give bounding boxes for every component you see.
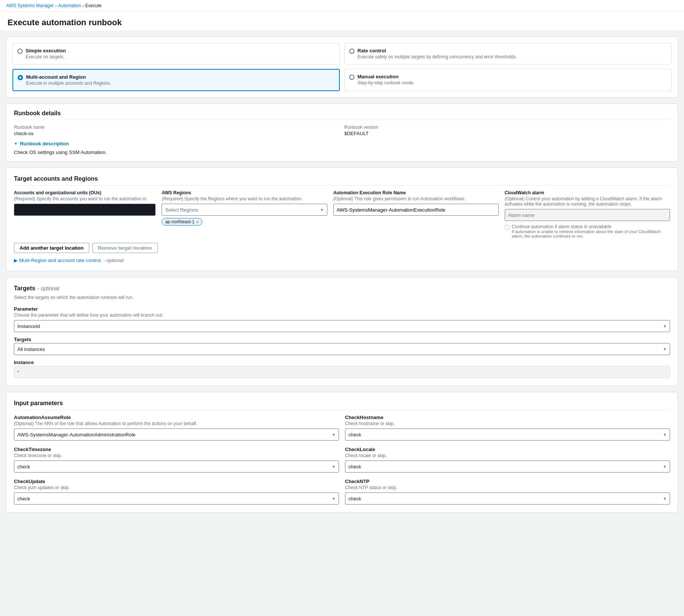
param-update-label: CheckUpdate: [14, 479, 339, 484]
param-hostname-sublabel: Check hostname or skip.: [345, 421, 670, 426]
target-accounts-section: Target accounts and Regions Accounts and…: [6, 168, 678, 271]
exec-simple-desc: Execute on targets.: [26, 54, 66, 59]
param-update-select[interactable]: check ▼: [14, 492, 339, 505]
runbook-description-text: Check OS settings using SSM Automation.: [14, 149, 670, 155]
input-params-title: Input parameters: [14, 400, 670, 410]
targets-value: All instances: [17, 346, 45, 352]
param-timezone-select[interactable]: check ▼: [14, 460, 339, 473]
exec-option-simple[interactable]: Simple execution Execute on targets.: [12, 43, 340, 64]
runbook-version-label: Runbook version: [344, 125, 670, 130]
breadcrumb-automation[interactable]: Automation: [58, 3, 81, 8]
param-timezone-value: check: [17, 464, 30, 470]
chevron-down-icon: ▼: [663, 433, 667, 437]
parameter-sublabel: Choose the parameter that will define ho…: [14, 313, 670, 318]
breadcrumb: AWS Systems Manager › Automation › Execu…: [0, 0, 684, 12]
regions-sublabel: (Required) Specify the Regions where you…: [162, 196, 327, 201]
param-check-timezone: CheckTimezone Check timezone or skip. ch…: [14, 447, 339, 473]
radio-rate-control[interactable]: [349, 49, 354, 54]
accounts-label: Accounts and organizational units (OUs): [14, 190, 156, 195]
chevron-down-icon: ▼: [320, 208, 324, 212]
param-ntp-label: CheckNTP: [345, 479, 670, 484]
param-ntp-select[interactable]: check ▼: [345, 492, 670, 505]
param-timezone-sublabel: Check timezone or skip.: [14, 453, 339, 458]
breadcrumb-current: Execute: [85, 3, 101, 8]
param-assume-role-value: AWS-SystemsManager-AutomationAdministrat…: [17, 432, 136, 438]
param-assume-role-select[interactable]: AWS-SystemsManager-AutomationAdministrat…: [14, 428, 339, 441]
parameter-select[interactable]: InstanceId ▼: [14, 320, 670, 332]
exec-rate-label: Rate control: [357, 48, 386, 53]
region-tag-remove[interactable]: ✕: [196, 220, 199, 224]
instance-input[interactable]: [14, 366, 670, 378]
accounts-sublabel: (Required) Specify the accounts you want…: [14, 196, 156, 201]
exec-option-multi-account[interactable]: Multi-account and Region Execute in mult…: [12, 69, 340, 91]
exec-rate-desc: Execute safely on multiple targets by de…: [357, 54, 517, 59]
param-ntp-sublabel: Check NTP status or skip.: [345, 485, 670, 490]
chevron-down-icon: ▼: [14, 142, 18, 146]
breadcrumb-sep-2: ›: [82, 4, 84, 8]
exec-multi-desc: Execute in multiple accounts and Regions…: [26, 81, 111, 86]
param-check-hostname: CheckHostname Check hostname or skip. ch…: [345, 415, 670, 441]
targets-select[interactable]: All instances ▼: [14, 343, 670, 355]
accounts-input[interactable]: [14, 204, 156, 216]
page-header: Execute automation runbook: [0, 12, 684, 30]
cloudwatch-sublabel: (Optional) Control your automation by ad…: [505, 196, 670, 207]
continue-alarm-checkbox[interactable]: [505, 225, 510, 230]
radio-simple[interactable]: [17, 49, 23, 54]
param-locale-label: CheckLocale: [345, 447, 670, 452]
cloudwatch-field-group: CloudWatch alarm (Optional) Control your…: [505, 190, 670, 238]
breadcrumb-ssm[interactable]: AWS Systems Manager: [6, 3, 54, 8]
param-timezone-label: CheckTimezone: [14, 447, 339, 452]
param-hostname-value: check: [348, 432, 361, 438]
role-input[interactable]: [333, 204, 499, 216]
region-tag-label: ap-northeast-1: [165, 219, 194, 224]
param-check-locale: CheckLocale Check locale or skip. check …: [345, 447, 670, 473]
chevron-down-icon: ▼: [663, 465, 667, 469]
chevron-down-icon: ▼: [332, 465, 336, 469]
param-locale-select[interactable]: check ▼: [345, 460, 670, 473]
chevron-down-icon: ▼: [663, 497, 667, 501]
chevron-right-icon: ▶: [14, 258, 18, 263]
runbook-name-label: Runbook name: [14, 125, 340, 130]
param-assume-role-label: AutomationAssumeRole: [14, 415, 339, 420]
target-location-actions: Add another target location Remove targe…: [14, 243, 670, 253]
targets-optional-label: - optional: [38, 285, 60, 291]
continue-alarm-sublabel: If automation is unable to retrieve info…: [512, 229, 670, 238]
rate-control-optional-row: ▶ Multi-Region and account rate control.…: [14, 258, 670, 263]
param-check-ntp: CheckNTP Check NTP status or skip. check…: [345, 479, 670, 505]
page-title: Execute automation runbook: [8, 18, 676, 27]
exec-simple-label: Simple execution: [26, 48, 66, 53]
alarm-input[interactable]: [505, 209, 670, 221]
regions-select[interactable]: Select Regions ▼: [162, 204, 327, 216]
runbook-section-title: Runbook details: [14, 110, 670, 120]
runbook-description-toggle[interactable]: ▼ Runbook description: [14, 141, 670, 146]
role-label: Automation Execution Role Name: [333, 190, 499, 195]
radio-multi-account[interactable]: [18, 75, 23, 80]
params-grid: AutomationAssumeRole (Optional) The ARN …: [14, 415, 670, 505]
runbook-version-item: Runbook version $DEFAULT: [344, 125, 670, 136]
instance-label: Instance: [14, 360, 670, 365]
regions-field-group: AWS Regions (Required) Specify the Regio…: [162, 190, 327, 238]
exec-option-manual[interactable]: Manual execution Step-by-step runbook mo…: [344, 69, 672, 91]
exec-manual-desc: Step-by-step runbook mode.: [357, 80, 414, 85]
param-update-sublabel: Check yum updates or skip.: [14, 485, 339, 490]
radio-manual[interactable]: [349, 75, 354, 80]
exec-option-rate-control[interactable]: Rate control Execute safely on multiple …: [344, 43, 672, 64]
role-sublabel: (Optional) This role gives permission to…: [333, 196, 499, 201]
chevron-down-icon: ▼: [663, 347, 667, 351]
param-locale-sublabel: Check locale or skip.: [345, 453, 670, 458]
add-target-location-button[interactable]: Add another target location: [14, 243, 89, 253]
runbook-name-value: check-os: [14, 131, 340, 136]
targets-label: Targets: [14, 337, 670, 342]
selected-regions: ap-northeast-1 ✕: [162, 218, 327, 226]
exec-manual-label: Manual execution: [357, 74, 398, 79]
region-tag: ap-northeast-1 ✕: [162, 218, 202, 226]
remove-target-location-button[interactable]: Remove target location: [92, 243, 158, 253]
role-field-group: Automation Execution Role Name (Optional…: [333, 190, 499, 238]
rate-control-optional: - optional: [104, 258, 124, 263]
param-locale-value: check: [348, 464, 361, 470]
param-hostname-select[interactable]: check ▼: [345, 428, 670, 441]
rate-control-toggle[interactable]: ▶ Multi-Region and account rate control.…: [14, 258, 670, 263]
targets-section: Targets - optional Select the targets on…: [6, 277, 678, 386]
collapsible-label: Runbook description: [20, 141, 69, 146]
param-assume-role-sublabel: (Optional) The ARN of the role that allo…: [14, 421, 339, 426]
